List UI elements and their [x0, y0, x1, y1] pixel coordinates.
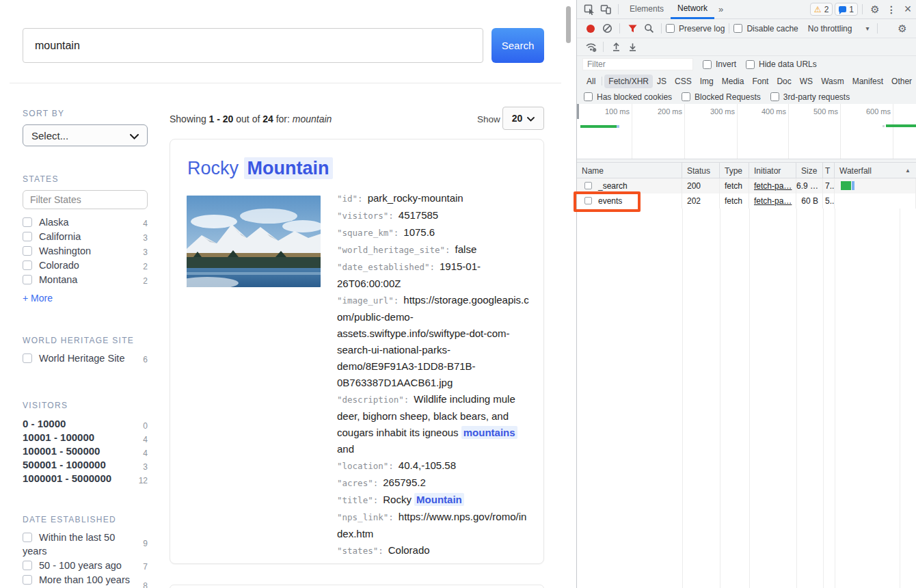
preserve-log-checkbox[interactable]	[666, 24, 675, 33]
timeline-handle[interactable]	[577, 104, 579, 119]
search-button[interactable]: Search	[491, 28, 544, 63]
network-filter-input[interactable]	[582, 58, 693, 70]
filter-states-input[interactable]	[23, 190, 148, 209]
checkbox-icon[interactable]	[23, 561, 32, 570]
column-header-time[interactable]: T	[823, 163, 835, 178]
third-party-checkbox[interactable]	[770, 92, 779, 101]
type-filter-css[interactable]: CSS	[671, 75, 696, 88]
settings-gear-icon[interactable]: ⚙	[867, 1, 883, 18]
facet-option-california[interactable]: California 3	[23, 230, 148, 244]
search-network-icon[interactable]	[641, 21, 657, 37]
tab-network[interactable]: Network	[671, 0, 714, 19]
result-title-link[interactable]: Rocky Mountain	[187, 158, 333, 179]
more-tabs-icon[interactable]: »	[714, 4, 727, 14]
hide-data-urls-checkbox[interactable]	[746, 60, 755, 69]
warnings-badge[interactable]: ⚠ 2	[810, 3, 833, 16]
field-world-heritage: "world_heritage_site":false	[337, 241, 530, 258]
filter-funnel-icon[interactable]	[624, 21, 641, 37]
page-size-select[interactable]: 20	[502, 107, 544, 130]
facet-option-alaska[interactable]: Alaska 4	[23, 215, 148, 230]
device-toolbar-icon[interactable]	[597, 1, 614, 18]
facet-option-world-heritage[interactable]: World Heritage Site 6	[23, 351, 148, 366]
column-header-name[interactable]: Name	[577, 163, 682, 178]
has-blocked-cookies-checkbox[interactable]	[584, 92, 593, 101]
visitors-range-link[interactable]: 1000001 - 5000000 12	[23, 472, 148, 485]
range-label: 100001 - 500000	[23, 445, 100, 457]
initiator-link[interactable]: fetch-pa…	[754, 196, 792, 206]
type-filter-font[interactable]: Font	[748, 75, 772, 88]
invert-checkbox[interactable]	[703, 60, 712, 69]
clear-network-log-icon[interactable]	[599, 21, 615, 37]
issues-badge[interactable]: 1	[835, 3, 858, 16]
request-time: 7..	[823, 178, 835, 193]
tick-label: 200 ms	[633, 107, 682, 116]
column-divider	[823, 209, 824, 588]
type-filter-js[interactable]: JS	[653, 75, 671, 88]
inspect-element-icon[interactable]	[581, 1, 597, 18]
next-result-card	[170, 585, 544, 588]
facet-option-50-100-years[interactable]: 50 - 100 years ago 7	[23, 559, 148, 573]
column-header-waterfall[interactable]: Waterfall ▲	[835, 163, 916, 178]
checkbox-icon[interactable]	[23, 353, 32, 363]
checkbox-icon[interactable]	[23, 260, 32, 270]
sort-select[interactable]: Select...	[23, 124, 148, 146]
close-devtools-icon[interactable]: ×	[900, 1, 916, 18]
tab-elements[interactable]: Elements	[623, 0, 671, 19]
row-checkbox[interactable]	[584, 182, 592, 189]
column-header-initiator[interactable]: Initiator	[749, 163, 796, 178]
visitors-range-link[interactable]: 500001 - 1000000 3	[23, 458, 148, 472]
network-conditions-icon[interactable]	[582, 39, 599, 55]
type-filter-wasm[interactable]: Wasm	[817, 75, 848, 88]
checkbox-icon[interactable]	[23, 533, 32, 542]
checkbox-icon[interactable]	[23, 232, 32, 241]
facet-option-washington[interactable]: Washington 3	[23, 244, 148, 258]
network-settings-gear-icon[interactable]: ⚙	[894, 21, 911, 37]
checkbox-icon[interactable]	[23, 575, 32, 585]
scrollbar-thumb[interactable]	[566, 6, 571, 43]
visitors-range-link[interactable]: 100001 - 500000 4	[23, 444, 148, 458]
type-filter-img[interactable]: Img	[696, 75, 718, 88]
checkbox-icon[interactable]	[23, 217, 32, 227]
blocked-requests-checkbox[interactable]	[682, 92, 690, 101]
column-header-size[interactable]: Size	[796, 163, 823, 178]
states-options: Alaska 4 California 3 Washington 3 Color…	[23, 215, 148, 287]
disable-cache-checkbox[interactable]	[733, 24, 742, 33]
gridline	[893, 104, 893, 159]
facet-option-last-50-years[interactable]: Within the last 50 years 9	[23, 531, 148, 559]
record-network-log-icon[interactable]	[582, 21, 599, 37]
field-image-url: "image_url":https://storage.googleapis.c…	[337, 292, 530, 391]
range-label: 1000001 - 5000000	[23, 472, 111, 484]
type-filter-media[interactable]: Media	[718, 75, 749, 88]
initiator-link[interactable]: fetch-pa…	[754, 181, 792, 191]
type-filter-ws[interactable]: WS	[796, 75, 817, 88]
facet-option-more-100-years[interactable]: More than 100 years ago 8	[23, 573, 148, 588]
type-filter-manifest[interactable]: Manifest	[848, 75, 887, 88]
more-states-link[interactable]: + More	[23, 293, 53, 304]
export-har-icon[interactable]	[624, 39, 641, 55]
facet-option-montana[interactable]: Montana 2	[23, 273, 148, 287]
column-header-status[interactable]: Status	[682, 163, 720, 178]
type-filter-fetch-xhr[interactable]: Fetch/XHR	[604, 75, 653, 88]
type-filter-other[interactable]: Other	[887, 75, 916, 88]
title-highlight: Mountain	[244, 157, 333, 179]
facet-option-label: 50 - 100 years ago	[39, 560, 122, 571]
column-header-type[interactable]: Type	[720, 163, 749, 178]
facet-option-colorado[interactable]: Colorado 2	[23, 258, 148, 273]
field-acres: "acres":265795.2	[337, 475, 530, 492]
visitors-range-link[interactable]: 0 - 10000 0	[23, 417, 148, 431]
overflow-menu-icon[interactable]: ⋮	[883, 1, 900, 18]
type-filter-doc[interactable]: Doc	[772, 75, 795, 88]
network-overview-timeline[interactable]: 100 ms 200 ms 300 ms 400 ms 500 ms 600 m…	[577, 104, 916, 159]
chevron-down-icon[interactable]: ▾	[865, 25, 869, 32]
type-filter-all[interactable]: All	[582, 75, 600, 88]
summary-text: Showing	[170, 113, 209, 124]
import-har-icon[interactable]	[608, 39, 624, 55]
checkbox-icon[interactable]	[23, 246, 32, 256]
visitors-range-link[interactable]: 10001 - 100000 4	[23, 431, 148, 444]
checkbox-icon[interactable]	[23, 275, 32, 284]
sort-ascending-icon: ▲	[905, 163, 911, 178]
throttling-select[interactable]: No throttling	[808, 24, 852, 34]
search-input[interactable]	[23, 28, 483, 63]
facet-option-label: Within the last 50 years	[23, 532, 115, 557]
request-size: 60 B	[796, 193, 823, 209]
